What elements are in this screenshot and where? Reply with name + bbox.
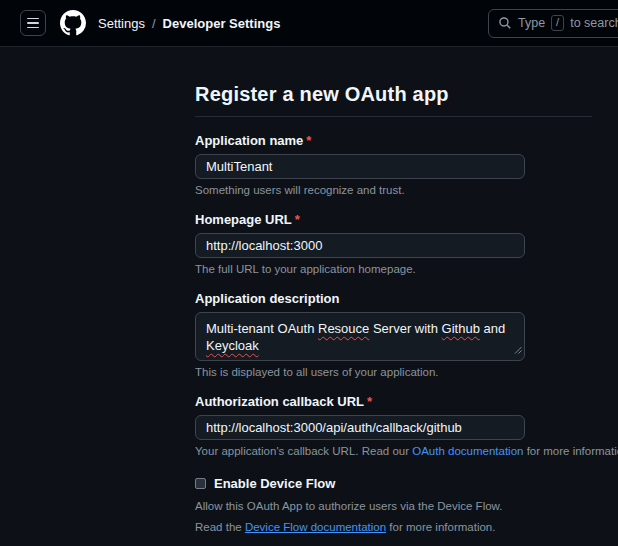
description-text-misspelled: Keycloak [206,338,259,353]
homepage-url-helper: The full URL to your application homepag… [195,263,592,275]
device-flow-row: Enable Device Flow [195,476,592,491]
oauth-app-form: Application name* Something users will r… [195,133,592,546]
search-placeholder-prefix: Type [518,16,545,30]
page-title: Register a new OAuth app [195,83,592,117]
oauth-app-registration-page: { "colors": { "accent_green": "#238636",… [0,0,618,546]
breadcrumb-settings[interactable]: Settings [98,16,145,31]
required-asterisk: * [306,133,311,148]
callback-url-label: Authorization callback URL* [195,394,592,409]
homepage-url-group: Homepage URL* The full URL to your appli… [195,212,592,275]
github-logo-icon[interactable] [60,10,86,36]
enable-device-flow-label[interactable]: Enable Device Flow [214,476,335,491]
oauth-documentation-link[interactable]: OAuth documentation [412,445,523,457]
application-description-label: Application description [195,291,592,306]
callback-url-input[interactable] [195,415,525,440]
description-text-misspelled: Github [442,321,480,336]
application-description-group: Application description Multi-tenant OAu… [195,291,592,378]
callback-url-group: Authorization callback URL* Your applica… [195,394,592,457]
search-icon [498,16,512,30]
application-description-textarea[interactable]: Multi-tenant OAuth Resouce Server with G… [195,312,525,361]
device-flow-helper-line2: Read the Device Flow documentation for m… [195,521,592,533]
callback-url-helper: Your application's callback URL. Read ou… [195,445,592,457]
device-flow-helper-line1: Allow this OAuth App to authorize users … [195,500,592,512]
search-input[interactable]: Type / to search [488,9,618,38]
device-flow-group: Enable Device Flow Allow this OAuth App … [195,476,592,533]
enable-device-flow-checkbox[interactable] [195,478,206,489]
application-name-helper: Something users will recognize and trust… [195,184,592,196]
description-text: Multi-tenant OAuth [206,321,318,336]
header: Settings / Developer Settings Type / to … [0,0,618,47]
search-placeholder-suffix: to search [570,16,618,30]
application-name-group: Application name* Something users will r… [195,133,592,196]
slash-key: / [551,15,564,31]
description-text-misspelled: Resouce [318,321,369,336]
main-content: Register a new OAuth app Application nam… [0,83,618,546]
description-text: and [480,321,505,336]
application-description-helper: This is displayed to all users of your a… [195,366,592,378]
application-name-label: Application name* [195,133,592,148]
required-asterisk: * [367,394,372,409]
breadcrumb: Settings / Developer Settings [98,16,280,31]
breadcrumb-developer-settings[interactable]: Developer Settings [163,16,281,31]
device-flow-documentation-link[interactable]: Device Flow documentation [245,521,386,533]
required-asterisk: * [295,212,300,227]
hamburger-menu-button[interactable] [20,10,46,36]
description-text: Server with [369,321,441,336]
hamburger-menu-icon [27,18,39,20]
homepage-url-label: Homepage URL* [195,212,592,227]
resize-handle-icon[interactable] [514,341,522,358]
breadcrumb-separator: / [152,16,156,31]
application-name-input[interactable] [195,154,525,179]
homepage-url-input[interactable] [195,233,525,258]
